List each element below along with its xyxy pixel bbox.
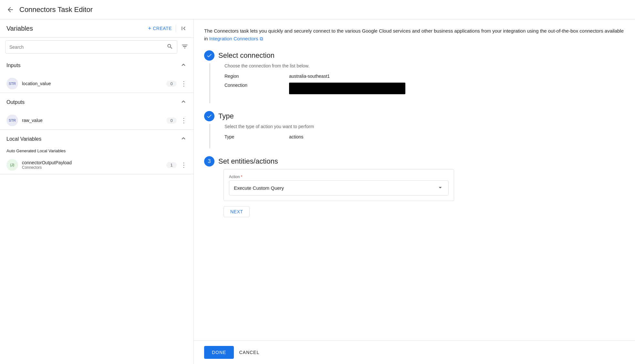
step-content: Choose the connection from the list belo… — [209, 63, 625, 103]
collapse-panel-button[interactable] — [180, 25, 187, 32]
select-connection-step: Select connection Choose the connection … — [204, 50, 625, 103]
search-box — [5, 40, 177, 54]
next-button[interactable]: NEXT — [224, 206, 250, 217]
step-title: Type — [218, 112, 234, 120]
step-check-icon — [204, 111, 214, 121]
outputs-section-header[interactable]: Outputs — [0, 93, 193, 111]
variable-count: 1 — [166, 162, 177, 168]
auto-generated-label: Auto Generated Local Variables — [0, 148, 193, 156]
step-title: Set entities/actions — [218, 157, 278, 166]
cancel-button[interactable]: CANCEL — [239, 350, 259, 355]
variable-name: location_value — [22, 81, 162, 86]
local-variables-collapse-button[interactable] — [180, 135, 187, 143]
type-field-row: Type actions — [224, 134, 625, 139]
local-variables-section-header[interactable]: Local Variables — [0, 130, 193, 148]
region-field-row: Region australia-southeast1 — [224, 74, 625, 79]
left-panel-actions: + CREATE — [148, 25, 187, 32]
create-button[interactable]: + CREATE — [148, 25, 172, 32]
type-step: Type Select the type of action you want … — [204, 111, 625, 148]
inputs-section-title: Inputs — [6, 63, 21, 68]
divider — [176, 25, 176, 32]
variable-menu-button[interactable]: ⋮ — [181, 80, 187, 87]
list-item: STR raw_value 0 ⋮ — [0, 111, 193, 129]
main-layout: Variables + CREATE — [0, 19, 635, 364]
connection-label: Connection — [224, 83, 289, 88]
step-3-content: Action * Execute Custom Query NEXT — [209, 169, 625, 243]
back-button[interactable] — [6, 6, 14, 14]
action-dropdown-value: Execute Custom Query — [234, 185, 284, 191]
done-button[interactable]: DONE — [204, 346, 234, 359]
step-desc: Select the type of action you want to pe… — [224, 124, 625, 129]
variables-title: Variables — [6, 25, 33, 32]
variable-menu-button[interactable]: ⋮ — [181, 117, 187, 124]
outputs-section-title: Outputs — [6, 99, 25, 105]
chevron-down-icon — [437, 184, 444, 192]
outputs-collapse-button[interactable] — [180, 98, 187, 106]
step-check-icon — [204, 50, 214, 61]
search-filter-row — [0, 38, 193, 56]
description-text: The Connectors task lets you quickly and… — [204, 27, 625, 43]
step-number: 3 — [204, 156, 214, 167]
region-value: australia-southeast1 — [289, 74, 330, 79]
step-desc: Choose the connection from the list belo… — [224, 63, 625, 68]
right-panel: The Connectors task lets you quickly and… — [194, 19, 635, 364]
bottom-bar: DONE CANCEL — [194, 340, 635, 364]
list-item: {J} connectorOutputPayload Connectors 1 … — [0, 156, 193, 174]
header: Connectors Task Editor — [0, 0, 635, 19]
search-icon — [167, 43, 173, 51]
local-variables-title: Local Variables — [6, 136, 41, 142]
connection-redacted — [289, 83, 405, 94]
outputs-section: Outputs STR raw_value 0 ⋮ — [0, 93, 193, 130]
step-header: 3 Set entities/actions — [204, 156, 625, 167]
region-label: Region — [224, 74, 289, 79]
set-entities-step: 3 Set entities/actions Action * Execute … — [204, 156, 625, 243]
str-badge: STR — [6, 78, 18, 89]
integration-connectors-link[interactable]: Integration Connectors ⧉ — [209, 36, 263, 41]
inputs-section: Inputs STR location_value 0 ⋮ — [0, 56, 193, 93]
connection-field-row: Connection — [224, 83, 625, 94]
type-label: Type — [224, 134, 289, 139]
variable-count: 0 — [166, 81, 177, 87]
str-badge: STR — [6, 115, 18, 126]
variable-name: connectorOutputPayload — [22, 160, 72, 165]
action-label: Action * — [229, 175, 449, 179]
inputs-section-header[interactable]: Inputs — [0, 56, 193, 75]
inputs-collapse-button[interactable] — [180, 61, 187, 69]
required-star: * — [241, 175, 243, 179]
step-header: Type — [204, 111, 625, 121]
list-item: STR location_value 0 ⋮ — [0, 75, 193, 93]
left-panel-header: Variables + CREATE — [0, 19, 193, 38]
variable-count: 0 — [166, 117, 177, 124]
filter-button[interactable] — [181, 43, 188, 51]
action-dropdown[interactable]: Execute Custom Query — [229, 180, 449, 196]
variable-name: raw_value — [22, 118, 162, 123]
action-field-container: Action * Execute Custom Query — [224, 169, 454, 201]
search-input[interactable] — [9, 45, 164, 50]
variable-menu-button[interactable]: ⋮ — [181, 162, 187, 168]
step-content: Select the type of action you want to pe… — [209, 124, 625, 148]
step-title: Select connection — [218, 51, 275, 60]
step-header: Select connection — [204, 50, 625, 61]
type-value: actions — [289, 134, 303, 139]
left-panel: Variables + CREATE — [0, 19, 194, 364]
json-badge: {J} — [6, 159, 18, 171]
variable-sub: Connectors — [22, 165, 72, 170]
local-variables-section: Local Variables Auto Generated Local Var… — [0, 130, 193, 174]
page-title: Connectors Task Editor — [19, 5, 93, 14]
